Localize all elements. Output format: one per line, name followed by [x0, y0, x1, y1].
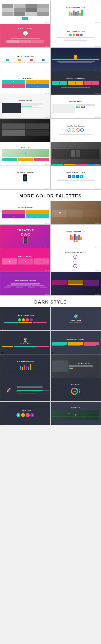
- vimeo-icon: v: [80, 175, 84, 178]
- tool-circle-1: ⚙: [16, 413, 20, 417]
- slide-contact-us: Contact Us glxtra.com: [0, 142, 50, 166]
- mobile-display: [23, 174, 28, 182]
- slide-brilliant-seo: Brilliant Content for SEO glxtra.com: [51, 225, 100, 248]
- rocket-icon: 🚀: [6, 387, 11, 392]
- donut-content: 50%: [70, 387, 81, 395]
- watermark: glxtra.com: [45, 46, 50, 47]
- top-slides-grid: glxtra.com Most Boring Slide Cheat: [0, 0, 101, 190]
- dark-slide-1-title: Clients Powerful Tools: [17, 315, 34, 316]
- dark-slide-1: Clients Powerful Tools ⚙ ★ ♦ ✓ LX: [0, 307, 50, 330]
- partnership-items: 1: [73, 255, 78, 259]
- slide-creative: CREATIVE ▶ ♦ ★ glxtra.com: [0, 225, 50, 248]
- watermark: glxtra.com: [45, 22, 50, 23]
- rocket-content: 🚀 Skills: [2, 386, 49, 394]
- dark-donut-title: Most Wanted: [71, 384, 80, 386]
- lx-badge: LX: [52, 376, 53, 377]
- slide-title-featured: Featured Human: [69, 101, 82, 102]
- slide-title-reverence: Reverence Points!: [18, 28, 32, 30]
- slide-title-business-partner: Most Business Partnership: [65, 252, 86, 253]
- slide-title-website: Website Web Site Structure: [15, 280, 36, 281]
- dark-world-arrows: [69, 322, 82, 323]
- slide-teambuilding: Company Teambuilding? 👤 👤 👤 glxtra.com: [51, 71, 100, 94]
- tool-circle-4: ★: [30, 413, 34, 417]
- watermark: glxtra.com: [95, 69, 100, 70]
- dark-bar-chart: [20, 364, 31, 370]
- facebook-icon: f: [68, 175, 71, 178]
- dark-slide-map: Contact Us LX: [51, 402, 100, 425]
- watermark: glxtra.com: [45, 164, 50, 165]
- slide-swot-2: Four SWOT Analisi S W O T glxtra.com: [0, 201, 50, 224]
- slide-company-services: Company Services 📊 📋 📌 glxtra.com: [0, 248, 50, 272]
- watermark: glxtra.com: [95, 188, 100, 189]
- watermark: glxtra.com: [95, 22, 100, 23]
- slide-swot-2-title: Four SWOT Analisi: [18, 207, 33, 208]
- slide-title-contact: Contact Us: [21, 147, 30, 148]
- dark-slide-be-more: Be More Careful LX: [51, 354, 100, 378]
- map-preview: [2, 149, 49, 158]
- slide-social-network: Social Network Strategy f t in v glxtra.…: [51, 166, 100, 189]
- team-icons: 👤 👤 👤: [52, 81, 100, 85]
- slide-photo-mosaic: glxtra.com: [0, 0, 50, 24]
- slide-swot: Four SWOT Analisi S W O T glxtra.com: [0, 71, 50, 94]
- watermark: glxtra.com: [45, 69, 50, 70]
- dark-tool-circles: ⚙ ✦ 🔧 ★: [16, 413, 34, 417]
- watermark: glxtra.com: [45, 223, 50, 224]
- dark-slide-bar-chart: Most Wanted Services LX: [0, 354, 50, 378]
- dark-slide-rocket: 🚀 Skills: [0, 378, 50, 401]
- slide-title-swot: Four SWOT Analisi: [18, 78, 33, 79]
- slide-featured-human: Featured Human glxtra.com: [51, 95, 100, 118]
- slide-premium-services: Most Premium Services ★ ♦ ● ▲ glxtra.com: [51, 24, 100, 47]
- dark-slide-donut: Most Wanted 50%: [51, 378, 100, 401]
- lx-badge: LX: [1, 400, 3, 401]
- watermark: glxtra.com: [95, 164, 100, 165]
- ideas-circles: 1 2 3 🔧: [68, 128, 84, 132]
- twitter-icon: t: [72, 175, 75, 178]
- watermark: glxtra.com: [45, 140, 50, 142]
- lx-badge: LX: [1, 328, 3, 330]
- palettes-slides-grid: Four SWOT Analisi S W O T glxtra.com: [0, 201, 101, 296]
- reverence-icon: ✓: [23, 31, 28, 36]
- watermark: glxtra.com: [95, 93, 100, 94]
- wood-items: [52, 210, 100, 216]
- featured-columns: [52, 104, 100, 113]
- watermark: glxtra.com: [45, 93, 50, 94]
- slide-clients: Clients Powerful Tools: [0, 48, 50, 71]
- color-stripe: [25, 136, 26, 137]
- dark-slides-grid: Clients Powerful Tools ⚙ ★ ♦ ✓ LX 🌍 Glob…: [0, 307, 101, 425]
- rocket-progress-bars: Skills Design: [16, 388, 49, 394]
- watermark: glxtra.com: [45, 270, 50, 271]
- lx-badge: LX: [52, 352, 53, 354]
- phone-mockup: [24, 237, 28, 244]
- section-title-palettes: MORE COLOR PALETTES: [2, 194, 99, 199]
- social-icons-row: f t in v: [68, 175, 84, 178]
- watermark: glxtra.com: [95, 116, 100, 118]
- dark-slide-bar-title: Most Wanted Services: [17, 361, 34, 362]
- be-more-content: Be More Careful: [52, 360, 100, 372]
- slide-title-social: Social Network Strategy: [66, 172, 85, 173]
- slide-photo-city: ★ glxtra.com: [51, 48, 100, 71]
- photo-mosaic: [2, 4, 49, 16]
- dark-tools-title: Creative Tools: [20, 410, 31, 411]
- first-things-icons: ★: [74, 55, 78, 58]
- slide-people-photo-2: glxtra.com: [51, 272, 100, 295]
- lx-badge: LX: [1, 423, 3, 424]
- dark-slide-tools: Creative Tools ⚙ ✦ 🔧 ★ LX: [0, 402, 50, 425]
- watermark: glxtra.com: [95, 270, 100, 271]
- slide-website-structure: Website Web Site Structure g: [0, 272, 50, 295]
- client-tools: [2, 58, 49, 63]
- dark-icons-row: ⚙ ★ ♦ ✓: [18, 318, 33, 322]
- dark-services-blocks: [52, 342, 100, 346]
- tool-circle-2: ✦: [21, 413, 25, 417]
- slide-products-mission: Products Mission glxtra.com: [0, 95, 50, 118]
- products-list: [2, 103, 49, 113]
- lx-badge: LX: [52, 423, 53, 424]
- watermark: glxtra.com: [95, 246, 100, 248]
- slide-title-products: Products Mission: [18, 100, 32, 102]
- slide-business-partnership: Most Business Partnership 1 2 3 glxtra.c…: [51, 248, 100, 272]
- watermark: glxtra.com: [95, 140, 100, 142]
- phone-icon: [23, 174, 27, 182]
- slide-title-ideas: Ideas For Your Success: [67, 125, 85, 127]
- slide-title-mobile: Our Mobile Production: [17, 171, 34, 173]
- dark-map-title: Contact Us: [72, 407, 80, 408]
- swot-grid: S W O T: [2, 80, 49, 88]
